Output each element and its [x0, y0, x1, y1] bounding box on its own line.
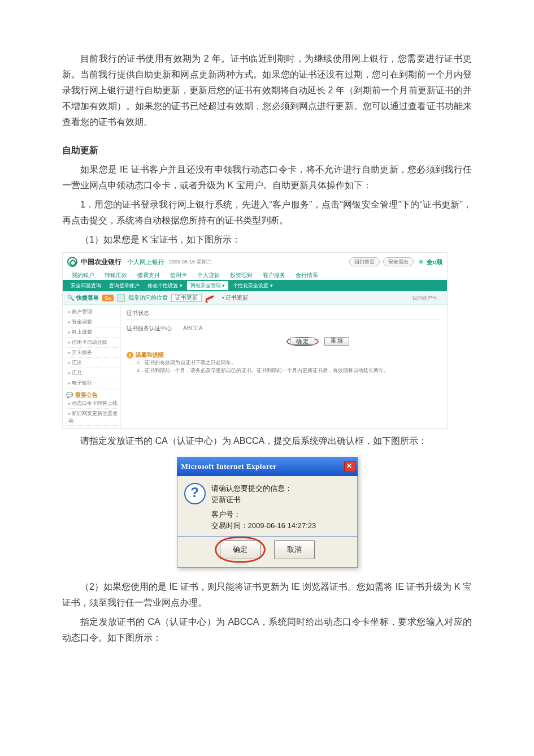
side-notice-1[interactable]: 新旧网页更新位置变动	[66, 409, 120, 426]
dialog-message: 请确认您要提交的信息： 更新证书 客户号： 交易时间：2009-06-16 14…	[211, 483, 316, 532]
jineshun-logo-icon: 金e顺	[417, 258, 442, 265]
breadcrumb-home-icon[interactable]	[117, 294, 125, 302]
abc-logo-icon	[67, 257, 77, 267]
submit-button[interactable]: 确 定	[290, 338, 315, 345]
paragraph-2: 如果您是 IE 证书客户并且还没有申领我行动态口令卡，将不允许进行自助更新，您必…	[62, 162, 472, 193]
paragraph-3: 1．用您的证书登录我行网上银行系统，先进入“客户服务”，点击“网银安全管理”下的…	[62, 197, 472, 228]
side-item-2[interactable]: 网上缴费	[66, 327, 120, 338]
form-divider	[127, 319, 441, 320]
hint-heading: 温馨和提醒	[127, 352, 441, 358]
main-tabbar: 我的账户 转账汇款 缴费支付 信用卡 个人贷款 投资理财 客户服务 金行情系	[63, 271, 447, 280]
breadcrumb-text[interactable]: 我常访问的位置	[128, 295, 168, 301]
sidebar-group-notice: 重要公告	[66, 392, 120, 399]
quick-nav-label: 快捷菜单	[67, 295, 99, 301]
tab-credit[interactable]: 信用卡	[166, 271, 192, 280]
dialog-line-3: 客户号：	[211, 509, 316, 520]
sidebar: 账户管理 资金调拨 网上缴费 信用卡自助还款 开卡服务 汇出 汇兑 电子银行 重…	[63, 305, 121, 428]
sub-tabbar: 安全问题查询 查询登录账户 修改个性设置 ▾ 网银安全管理 ▾ 个性化安全设置 …	[63, 280, 447, 291]
subtab-2[interactable]: 修改个性设置 ▾	[144, 281, 186, 290]
highlight-circle-icon: 确 定	[286, 337, 319, 346]
tab-service[interactable]: 客户服务	[258, 271, 290, 280]
tab-payment[interactable]: 缴费支付	[133, 271, 164, 280]
bank-screenshot: 中国农业银行 个人网上银行 2009-06-16 星期二 回到首页 安全退出 金…	[62, 252, 448, 429]
bank-body: 账户管理 资金调拨 网上缴费 信用卡自助还款 开卡服务 汇出 汇兑 电子银行 重…	[63, 305, 447, 428]
bank-date: 2009-06-16 星期二	[169, 258, 212, 265]
subtab-0[interactable]: 安全问题查询	[67, 281, 105, 290]
logout-button[interactable]: 安全退出	[383, 257, 414, 266]
dialog-line-1: 请确认您要提交的信息：	[211, 483, 316, 494]
close-icon[interactable]: ✕	[344, 461, 355, 472]
reset-button[interactable]: 重 填	[324, 337, 350, 346]
document-page: 目前我行的证书使用有效期为 2 年。证书临近到期时，为继续使用网上银行，您需要进…	[0, 0, 534, 756]
paragraph-5: 请指定发放证书的 CA（认证中心）为 ABCCA，提交后系统弹出确认框，如下图所…	[62, 433, 472, 449]
subtab-security-mgmt[interactable]: 网银安全管理 ▾	[187, 281, 229, 290]
bank-name: 中国农业银行	[81, 258, 121, 265]
paragraph-6: （2）如果您使用的是 IE 证书，则只能将证书更新为 IE 浏览器证书。您如需将…	[62, 579, 472, 611]
go-button[interactable]: Go	[102, 295, 114, 301]
side-item-0[interactable]: 账户管理	[66, 307, 120, 317]
side-item-7[interactable]: 电子银行	[66, 378, 120, 388]
ie-confirm-dialog: Microsoft Internet Explorer ✕ ? 请确认您要提交的…	[177, 457, 358, 568]
button-row: 确 定 重 填	[127, 334, 441, 349]
dialog-body: ? 请确认您要提交的信息： 更新证书 客户号： 交易时间：2009-06-16 …	[177, 476, 358, 537]
dialog-title: Microsoft Internet Explorer	[181, 459, 277, 474]
breadcrumb-plain-tab[interactable]: • 证书更新	[219, 295, 251, 301]
subtab-4[interactable]: 个性化安全设置 ▾	[229, 281, 276, 290]
account-number-label: 我的账户号：	[412, 295, 442, 301]
dialog-line-4: 交易时间：2009-06-16 14:27:23	[211, 520, 316, 532]
header-right: 回到首页 安全退出 金e顺	[349, 257, 442, 266]
breadcrumb-row: 快捷菜单 Go 我常访问的位置 证书更新 • 证书更新 我的账户号：	[63, 291, 447, 305]
side-notice-0[interactable]: 动态口令卡即将上线	[66, 399, 120, 409]
side-item-1[interactable]: 资金调拨	[66, 317, 120, 327]
side-item-6[interactable]: 汇兑	[66, 368, 120, 378]
row-ca-center: 证书服务认证中心 ABCCA	[127, 323, 441, 334]
tab-market[interactable]: 金行情系	[291, 271, 323, 280]
home-button[interactable]: 回到首页	[349, 257, 380, 266]
hint-line-2: 2．证书到期前一个月，请务必及早更新自己的证书。证书到期前一个月内更新证书后，有…	[127, 366, 441, 374]
main-panel: 证书状态 证书服务认证中心 ABCCA 确 定 重 填 温馨和提醒 1．证书的有…	[121, 305, 447, 428]
bank-header: 中国农业银行 个人网上银行 2009-06-16 星期二 回到首页 安全退出 金…	[63, 253, 447, 271]
tab-transfer[interactable]: 转账汇款	[100, 271, 132, 280]
side-item-4[interactable]: 开卡服务	[66, 348, 120, 358]
tab-accounts[interactable]: 我的账户	[67, 271, 99, 280]
dialog-titlebar: Microsoft Internet Explorer ✕	[177, 457, 358, 476]
hint-line-1: 1．证书的有效期为自证书下载之日起两年。	[127, 358, 441, 366]
dialog-line-2: 更新证书	[211, 494, 316, 506]
side-item-5[interactable]: 汇出	[66, 358, 120, 368]
side-item-3[interactable]: 信用卡自助还款	[66, 338, 120, 348]
section-title-self-update: 自助更新	[62, 142, 472, 158]
intro-paragraph: 目前我行的证书使用有效期为 2 年。证书临近到期时，为继续使用网上银行，您需要进…	[62, 51, 472, 130]
question-icon: ?	[184, 483, 206, 504]
label-ca-center: 证书服务认证中心	[127, 325, 183, 332]
tab-loan[interactable]: 个人贷款	[193, 271, 224, 280]
tab-invest[interactable]: 投资理财	[225, 271, 257, 280]
breadcrumb-active-tab[interactable]: 证书更新	[171, 294, 202, 302]
label-cert-status: 证书状态	[127, 310, 183, 317]
bank-subtitle: 个人网上银行	[127, 258, 164, 265]
ok-button[interactable]: 确定	[220, 540, 261, 559]
dialog-button-row: 确定 取消	[177, 537, 358, 568]
subtab-1[interactable]: 查询登录账户	[106, 281, 143, 290]
paragraph-7: 指定发放证书的 CA（认证中心）为 ABCCA，系统同时给出动态口令卡坐标，要求…	[62, 614, 472, 646]
cancel-button[interactable]: 取消	[274, 540, 315, 559]
paragraph-4: （1）如果您是 K 宝证书，如下图所示：	[62, 232, 472, 248]
row-cert-status: 证书状态	[127, 308, 441, 318]
value-ca-center: ABCCA	[183, 325, 202, 332]
callout-arrow-icon	[205, 295, 215, 301]
